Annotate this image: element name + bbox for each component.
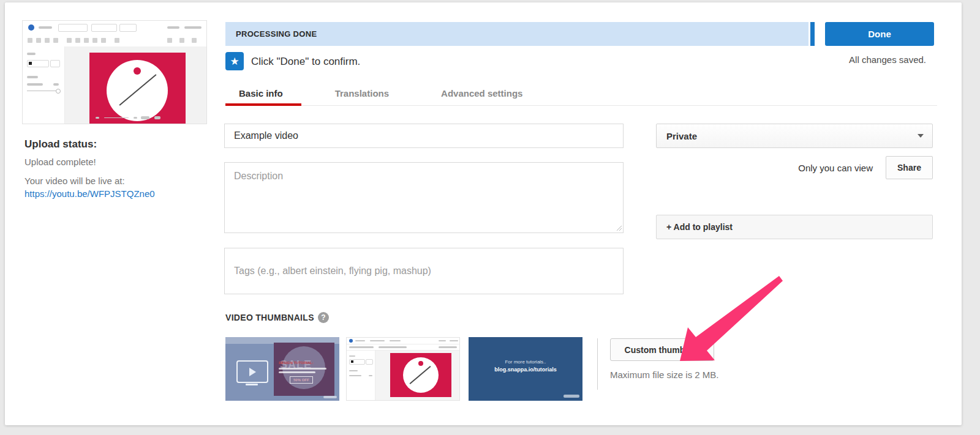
play-icon bbox=[236, 360, 268, 383]
chevron-down-icon bbox=[918, 134, 924, 138]
description-input[interactable] bbox=[224, 162, 624, 233]
thumbnail-option-1[interactable]: SALE DESIGN TUTORIAL: 50% OFF bbox=[225, 337, 339, 401]
tags-input[interactable] bbox=[224, 248, 624, 294]
custom-thumbnail-button[interactable]: Custom thumbnail bbox=[610, 338, 714, 361]
snappa-logo bbox=[323, 396, 337, 398]
editor-zoom-bar bbox=[96, 115, 169, 121]
add-to-playlist-button[interactable]: + Add to playlist bbox=[656, 215, 933, 239]
processing-status-label: PROCESSING DONE bbox=[236, 29, 317, 39]
upload-status-heading: Upload status: bbox=[24, 138, 208, 151]
thumb1-title-text: DESIGN TUTORIAL: bbox=[279, 361, 334, 365]
editor-toolbar bbox=[23, 21, 206, 35]
help-icon[interactable]: ? bbox=[318, 312, 329, 323]
video-thumbnails-header: VIDEO THUMBNAILS ? bbox=[225, 312, 329, 323]
video-preview bbox=[22, 20, 207, 124]
all-changes-saved-text: All changes saved. bbox=[732, 54, 926, 65]
tab-translations[interactable]: Translations bbox=[335, 81, 389, 105]
thumb2-icon-row bbox=[347, 344, 459, 351]
thumb2-red-canvas bbox=[390, 353, 451, 397]
visibility-note: Only you can view bbox=[798, 163, 873, 173]
video-url-link[interactable]: https://youtu.be/WFPJSTQZne0 bbox=[24, 188, 155, 199]
upload-page-card: Upload status: Upload complete! Your vid… bbox=[5, 2, 962, 425]
thumbnail-divider bbox=[597, 338, 598, 390]
editor-logo-icon bbox=[28, 24, 34, 31]
upload-status-panel: Upload status: Upload complete! Your vid… bbox=[24, 138, 208, 199]
editor-canvas-area bbox=[65, 46, 206, 124]
star-glyph: ★ bbox=[230, 55, 239, 68]
thumb2-red-dot bbox=[418, 361, 423, 366]
privacy-select[interactable]: Private bbox=[656, 124, 933, 148]
share-row: Only you can view Share bbox=[656, 156, 933, 179]
page-background: { "upload_status": { "heading": "Upload … bbox=[0, 0, 980, 435]
thumbnail-option-3[interactable]: For more tutorials.. blog.snappa.io/tuto… bbox=[469, 337, 582, 401]
done-button[interactable]: Done bbox=[825, 22, 934, 46]
processing-progress-bar: PROCESSING DONE bbox=[225, 22, 815, 46]
share-button[interactable]: Share bbox=[886, 156, 933, 179]
max-file-size-note: Maximum file size is 2 MB. bbox=[610, 370, 719, 380]
thumb1-text-line bbox=[279, 368, 326, 370]
thumb3-outro-text: For more tutorials.. blog.snappa.io/tuto… bbox=[469, 359, 582, 373]
red-dot-shape bbox=[134, 67, 141, 75]
thumb1-text-line bbox=[279, 371, 315, 373]
thumb2-toolbar bbox=[347, 338, 459, 344]
snappa-logo bbox=[564, 395, 579, 398]
thumb2-canvas-area bbox=[375, 351, 459, 400]
thumb3-line1: For more tutorials.. bbox=[469, 359, 582, 365]
thumbnail-option-2[interactable] bbox=[346, 337, 460, 401]
tab-advanced-settings[interactable]: Advanced settings bbox=[441, 81, 522, 105]
thumb1-offer-badge: 50% OFF bbox=[290, 376, 313, 384]
editor-icon-row bbox=[23, 34, 206, 47]
canvas-artwork bbox=[89, 53, 186, 124]
upload-status-text: Upload complete! bbox=[24, 157, 208, 167]
editor-sidebar bbox=[23, 46, 65, 124]
thumb1-player-stand bbox=[246, 384, 258, 385]
title-input[interactable] bbox=[224, 124, 624, 148]
progress-track: PROCESSING DONE bbox=[225, 22, 809, 46]
tab-basic-info[interactable]: Basic info bbox=[239, 81, 283, 105]
confirm-note: Click "Done" to confirm. bbox=[251, 56, 360, 68]
live-at-label: Your video will be live at: bbox=[24, 176, 208, 186]
progress-end-cap bbox=[810, 22, 815, 46]
privacy-selected-value: Private bbox=[666, 131, 697, 141]
thumb2-sidebar bbox=[347, 351, 375, 400]
star-icon: ★ bbox=[225, 52, 244, 70]
thumb1-sale-graphic: SALE DESIGN TUTORIAL: 50% OFF bbox=[274, 343, 334, 396]
video-thumbnails-label: VIDEO THUMBNAILS bbox=[225, 313, 314, 322]
info-tabs: Basic info Translations Advanced setting… bbox=[225, 81, 937, 106]
thumb3-line2: blog.snappa.io/tutorials bbox=[469, 366, 582, 373]
